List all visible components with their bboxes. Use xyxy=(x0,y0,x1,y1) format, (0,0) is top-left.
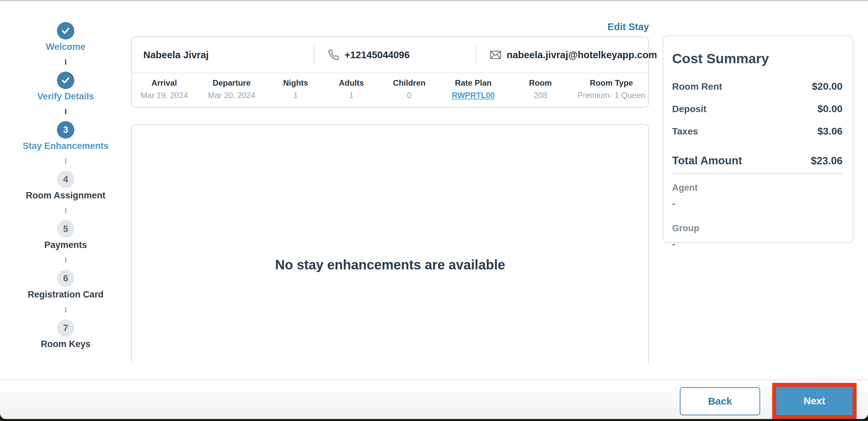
stay-detail-header: Children xyxy=(378,78,440,88)
stay-detail-cell: Children 0 xyxy=(378,73,440,107)
stay-detail-header: Rate Plan xyxy=(440,78,506,88)
guest-name-cell: Nabeela Jivraj xyxy=(132,50,314,61)
cost-extra-block: Group - xyxy=(672,223,842,250)
step-number: 6 xyxy=(63,273,68,284)
step-label: Room Assignment xyxy=(0,190,131,201)
guest-name: Nabeela Jivraj xyxy=(143,50,209,61)
stay-detail-cell: Nights 1 xyxy=(267,73,324,107)
cost-summary-row: Taxes $3.06 xyxy=(672,126,842,137)
step-connector xyxy=(65,158,66,164)
step-label: Payments xyxy=(0,240,131,250)
empty-state-message: No stay enhancements are available xyxy=(132,257,648,272)
step-circle: 5 xyxy=(57,220,74,237)
step-label: Verify Details xyxy=(0,91,131,102)
total-amount-row: Total Amount $23.06 xyxy=(672,154,842,167)
wizard-footer: Back Next xyxy=(0,380,868,419)
next-button-highlight: Next xyxy=(772,383,857,419)
step-label: Registration Card xyxy=(0,289,131,300)
checkin-wizard-window: 1 Welcome 2 Verify Details xyxy=(0,0,868,419)
cost-summary-title: Cost Summary xyxy=(672,51,842,67)
step-connector xyxy=(65,307,66,313)
stay-detail-value: Mar 19, 2024 xyxy=(132,91,196,100)
cost-extra-label: Agent xyxy=(672,183,842,193)
cost-summary-extras: Agent - Group - xyxy=(672,183,842,250)
step-number: 3 xyxy=(63,125,68,135)
back-button[interactable]: Back xyxy=(680,387,760,415)
stay-detail-header: Arrival xyxy=(132,78,196,88)
stay-detail-header: Departure xyxy=(196,78,267,88)
step-connector xyxy=(65,257,66,263)
cost-summary-panel: Cost Summary Room Rent $20.00 Deposit $0… xyxy=(663,35,853,243)
stepper-step[interactable]: 5 Payments xyxy=(0,220,131,263)
total-amount-value: $23.06 xyxy=(811,155,842,167)
cost-row-label: Taxes xyxy=(672,126,698,137)
step-connector xyxy=(65,109,66,115)
stay-detail-header: Room Type xyxy=(574,78,648,88)
cost-row-value: $3.06 xyxy=(817,126,842,137)
cost-row-label: Deposit xyxy=(672,104,707,115)
stepper-step[interactable]: 1 Welcome xyxy=(0,22,131,65)
cost-summary-row: Deposit $0.00 xyxy=(672,103,842,115)
next-button[interactable]: Next xyxy=(776,387,852,415)
cost-summary-rows: Room Rent $20.00 Deposit $0.00 Taxes $3.… xyxy=(672,80,842,137)
step-circle: 7 xyxy=(57,319,74,337)
stay-detail-value: Premium- 1 Queen xyxy=(574,91,648,100)
stay-detail-cell: Rate Plan RWPRTL00 xyxy=(440,73,506,107)
step-circle: 2 xyxy=(57,72,74,89)
guest-contact-row: Nabeela Jivraj +12145044096 xyxy=(132,37,648,73)
step-label: Room Keys xyxy=(0,339,131,349)
stepper-step[interactable]: 2 Verify Details xyxy=(0,72,131,115)
stay-detail-cell: Room 208 xyxy=(506,73,575,107)
guest-email: nabeela.jivraj@hotelkeyapp.com xyxy=(507,50,657,61)
step-number: 4 xyxy=(63,174,68,185)
stepper-step[interactable]: 7 Room Keys xyxy=(0,319,131,349)
step-label: Stay Enhancements xyxy=(0,141,131,151)
stepper-step[interactable]: 4 Room Assignment xyxy=(0,171,131,214)
cost-row-label: Room Rent xyxy=(672,81,722,92)
step-circle: 1 xyxy=(57,22,74,39)
step-connector xyxy=(65,59,66,65)
email-icon xyxy=(489,48,502,61)
step-number: 7 xyxy=(63,323,68,333)
step-label: Welcome xyxy=(0,42,131,52)
stepper-step[interactable]: 3 Stay Enhancements xyxy=(0,121,131,164)
cost-extra-label: Group xyxy=(672,223,842,234)
stay-detail-header: Nights xyxy=(267,78,324,88)
guest-info-card: Nabeela Jivraj +12145044096 xyxy=(131,36,649,108)
stay-detail-header: Adults xyxy=(324,78,378,88)
check-icon xyxy=(61,75,71,85)
step-connector xyxy=(65,208,66,214)
guest-email-cell: nabeela.jivraj@hotelkeyapp.com xyxy=(476,44,648,66)
cost-row-value: $0.00 xyxy=(817,103,842,115)
stay-details-row: Arrival Mar 19, 2024 Departure Mar 20, 2… xyxy=(132,73,648,107)
cost-summary-row: Room Rent $20.00 xyxy=(672,80,842,92)
cost-row-value: $20.00 xyxy=(812,80,842,92)
stay-detail-cell: Departure Mar 20, 2024 xyxy=(196,73,267,107)
cost-extra-value: - xyxy=(672,199,842,209)
stay-detail-value: Mar 20, 2024 xyxy=(196,91,267,100)
stay-detail-value: 1 xyxy=(324,91,378,100)
cost-extra-block: Agent - xyxy=(672,183,842,209)
stay-enhancements-panel: No stay enhancements are available xyxy=(131,124,649,363)
guest-phone: +12145044096 xyxy=(345,50,409,61)
step-circle: 4 xyxy=(57,171,74,188)
stay-detail-cell: Arrival Mar 19, 2024 xyxy=(132,73,196,107)
stepper-step[interactable]: 6 Registration Card xyxy=(0,270,131,313)
cost-extra-value: - xyxy=(672,239,842,250)
guest-phone-cell: +12145044096 xyxy=(314,44,476,66)
stay-detail-value: 208 xyxy=(506,91,575,100)
stay-detail-cell: Adults 1 xyxy=(324,73,378,107)
edit-stay-link[interactable]: Edit Stay xyxy=(131,22,649,32)
cost-summary-divider xyxy=(672,173,842,174)
checkin-stepper: 1 Welcome 2 Verify Details xyxy=(0,1,131,380)
stay-detail-value: RWPRTL00 xyxy=(440,91,506,100)
step-circle: 3 xyxy=(57,121,74,138)
phone-icon xyxy=(328,49,340,61)
stay-detail-value: 1 xyxy=(267,91,324,100)
stay-detail-value: 0 xyxy=(378,91,440,100)
stay-detail-header: Room xyxy=(506,78,575,88)
check-icon xyxy=(61,26,71,36)
stay-detail-cell: Room Type Premium- 1 Queen xyxy=(574,73,648,107)
total-amount-label: Total Amount xyxy=(672,154,742,167)
step-number: 5 xyxy=(63,224,68,234)
